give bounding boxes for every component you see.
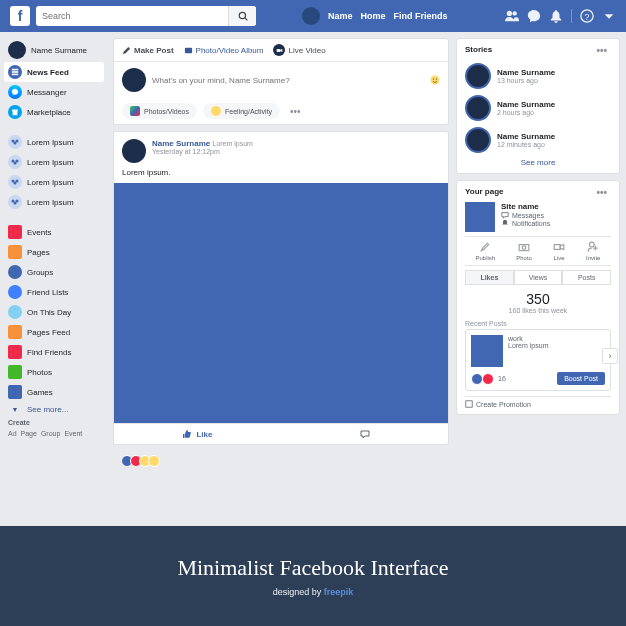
sidebar-see-more[interactable]: ▾See more... [4, 402, 104, 417]
sidebar-item-find-friends[interactable]: Find Friends [4, 342, 104, 362]
sidebar-item-label: Friend Lists [27, 288, 68, 297]
facebook-logo[interactable]: f [10, 6, 30, 26]
like-button[interactable]: Like [114, 424, 281, 444]
help-icon[interactable]: ? [580, 9, 594, 23]
sidebar-profile-label: Name Surname [31, 46, 87, 55]
stats-tab-likes[interactable]: Likes [465, 270, 514, 285]
post-actions: Like [114, 423, 448, 444]
create-promotion-link[interactable]: Create Promotion [465, 396, 611, 408]
svg-rect-30 [466, 401, 472, 407]
tab-label: Live Video [288, 46, 325, 55]
avatar[interactable] [122, 68, 146, 92]
page-name[interactable]: Site name [501, 202, 550, 211]
recent-post-title: work [508, 335, 548, 342]
sidebar-item-events[interactable]: Events [4, 222, 104, 242]
create-page-link[interactable]: Page [21, 430, 37, 437]
sidebar-item-groups[interactable]: Groups [4, 262, 104, 282]
composer-opt-feeling[interactable]: Feeling/Activity [203, 103, 280, 119]
sidebar-shortcut[interactable]: Lorem Ipsum [4, 172, 104, 192]
nav-home[interactable]: Home [361, 11, 386, 21]
avatar[interactable] [302, 7, 320, 25]
boost-post-button[interactable]: Boost Post [557, 372, 605, 385]
stories-more[interactable]: ••• [592, 45, 611, 56]
sidebar-item-news-feed[interactable]: News Feed [4, 62, 104, 82]
topbar: f Name Home Find Friends ? [0, 0, 626, 32]
sidebar-item-photos[interactable]: Photos [4, 362, 104, 382]
search-input[interactable] [36, 11, 228, 21]
your-page-more[interactable]: ••• [592, 187, 611, 198]
sidebar-profile[interactable]: Name Surname [4, 38, 104, 62]
composer-tab-photo-video[interactable]: Photo/Video Album [184, 46, 264, 55]
recent-post-next[interactable]: › [602, 348, 618, 364]
post-image[interactable] [114, 183, 448, 423]
story-item[interactable]: Name Surname13 hours ago [465, 60, 611, 92]
composer-input[interactable] [152, 76, 424, 85]
sidebar-item-games[interactable]: Games [4, 382, 104, 402]
stats-tab-posts[interactable]: Posts [562, 270, 611, 285]
page-action-publish[interactable]: Publish [476, 241, 496, 261]
messenger-icon[interactable] [527, 9, 541, 23]
pencil-icon [122, 46, 131, 55]
notifications-icon[interactable] [549, 9, 563, 23]
page-messages-link[interactable]: Messages [501, 211, 550, 219]
stats-tab-views[interactable]: Views [514, 270, 563, 285]
sidebar-item-marketplace[interactable]: Marketplace [4, 102, 104, 122]
messenger-icon [8, 85, 22, 99]
avatar[interactable] [122, 139, 146, 163]
sidebar-shortcut[interactable]: Lorem Ipsum [4, 132, 104, 152]
composer-tab-live[interactable]: Live Video [273, 44, 325, 56]
create-ad-link[interactable]: Ad [8, 430, 17, 437]
tab-label: Photo/Video Album [196, 46, 264, 55]
composer-options: Photos/Videos Feeling/Activity ••• [114, 98, 448, 124]
sidebar-item-label: Lorem Ipsum [27, 158, 74, 167]
invite-icon [587, 241, 599, 253]
story-item[interactable]: Name Surname2 hours ago [465, 92, 611, 124]
stories-see-more[interactable]: See more [465, 156, 611, 167]
page-action-photo[interactable]: Photo [516, 241, 532, 261]
post: Name Surname Lorem ipsum Yesterday at 12… [113, 131, 449, 445]
dropdown-icon[interactable] [602, 9, 616, 23]
nav-find-friends[interactable]: Find Friends [394, 11, 448, 21]
friend-requests-icon[interactable] [505, 9, 519, 23]
create-event-link[interactable]: Event [64, 430, 82, 437]
page-action-live[interactable]: Live [553, 241, 565, 261]
sidebar-item-pages-feed[interactable]: Pages Feed [4, 322, 104, 342]
post-context: Lorem ipsum [212, 140, 252, 147]
page-thumbnail[interactable] [465, 202, 495, 232]
search-button[interactable] [228, 6, 256, 26]
comment-button[interactable] [281, 424, 448, 444]
your-page-card: Your page••• Site name Messages Notifica… [456, 180, 620, 415]
svg-text:?: ? [585, 12, 590, 22]
page-notifications-link[interactable]: Notifications [501, 219, 550, 227]
composer-tab-make-post[interactable]: Make Post [122, 46, 174, 55]
sidebar-item-label: Lorem Ipsum [27, 198, 74, 207]
create-links: Ad Page Group Event [4, 428, 104, 439]
sidebar-item-pages[interactable]: Pages [4, 242, 104, 262]
story-name: Name Surname [497, 68, 555, 77]
sidebar-shortcut[interactable]: Lorem Ipsum [4, 152, 104, 172]
recent-post: work Lorem ipsum › 16 Boost Post [465, 329, 611, 391]
nav-name[interactable]: Name [328, 11, 353, 21]
action-label: Live [553, 255, 565, 261]
sidebar-shortcut[interactable]: Lorem Ipsum [4, 192, 104, 212]
sidebar-item-label: Pages [27, 248, 50, 257]
reactions-row[interactable] [113, 451, 449, 471]
composer-more[interactable]: ••• [286, 106, 305, 117]
sidebar-item-friend-lists[interactable]: Friend Lists [4, 282, 104, 302]
main-area: Name Surname News Feed Messanger Marketp… [0, 32, 626, 526]
story-item[interactable]: Name Surname12 minutes ago [465, 124, 611, 156]
sidebar-item-label: Messanger [27, 88, 67, 97]
sidebar-item-messenger[interactable]: Messanger [4, 82, 104, 102]
composer-opt-photos[interactable]: Photos/Videos [122, 103, 197, 119]
photo-icon [184, 46, 193, 55]
recent-post-thumb[interactable] [471, 335, 503, 367]
svg-point-3 [512, 11, 516, 15]
post-author[interactable]: Name Surname [152, 139, 210, 148]
search-box[interactable] [36, 6, 256, 26]
post-header: Name Surname Lorem ipsum Yesterday at 12… [114, 132, 448, 166]
emoji-icon[interactable] [430, 75, 440, 85]
sidebar-item-on-this-day[interactable]: On This Day [4, 302, 104, 322]
recent-post-reactions[interactable]: 16 [471, 373, 506, 385]
page-action-invite[interactable]: Invite [586, 241, 600, 261]
create-group-link[interactable]: Group [41, 430, 60, 437]
